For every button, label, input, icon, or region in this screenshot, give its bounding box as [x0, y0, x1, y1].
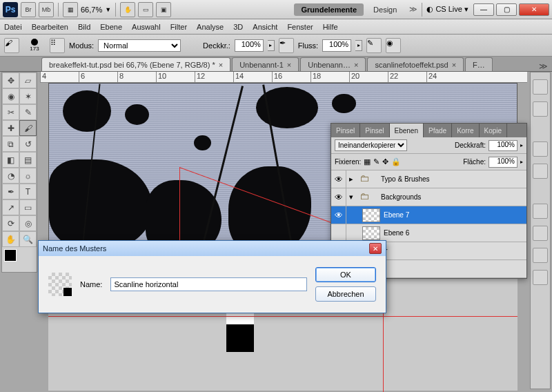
adjustments-panel-icon[interactable]	[533, 204, 548, 219]
shape-tool[interactable]: ▭	[19, 199, 37, 215]
menu-ansicht[interactable]: Ansicht	[253, 23, 277, 31]
menu-analyse[interactable]: Analyse	[197, 23, 224, 31]
swatches-panel-icon[interactable]	[533, 141, 548, 157]
crop-tool[interactable]: ✂	[2, 104, 19, 120]
blend-mode-select[interactable]: Ineinanderkopieren	[335, 139, 407, 151]
menu-datei[interactable]: Datei	[4, 23, 22, 31]
char-panel-icon[interactable]	[533, 79, 548, 95]
mode-select[interactable]: Normal	[98, 39, 181, 52]
color-panel-icon[interactable]	[533, 164, 548, 179]
arrange-icon[interactable]: ▭	[138, 2, 153, 17]
ok-button[interactable]: OK	[315, 267, 376, 282]
eraser-tool[interactable]: ◧	[2, 152, 19, 168]
visibility-icon[interactable]: 👁	[331, 206, 346, 224]
camera-tool[interactable]: ◎	[19, 215, 37, 231]
workspace-grundelemente[interactable]: Grundelemente	[294, 3, 364, 16]
workspace-design[interactable]: Design	[366, 3, 404, 16]
bridge-button[interactable]: Br	[21, 2, 36, 17]
minibridge-button[interactable]: Mb	[39, 2, 54, 17]
lock-brush-icon[interactable]: ✎	[373, 157, 379, 166]
brush-panel-icon[interactable]: ⠿	[50, 38, 65, 53]
tablet-size-icon[interactable]: ◉	[386, 38, 401, 53]
doc-tab-unbenannt1[interactable]: Unbenannt-1×	[232, 57, 299, 71]
doc-tab-scanline[interactable]: scanlinefotoeffekt.psd×	[367, 57, 464, 71]
layer-row[interactable]: 👁 ▾ 🗀 Backgrounds	[331, 188, 526, 206]
view-extras-button[interactable]: ▦	[63, 2, 78, 17]
marquee-tool[interactable]: ▱	[19, 72, 37, 88]
color-swatches[interactable]	[2, 247, 37, 272]
blur-tool[interactable]: ◔	[2, 168, 19, 184]
tab-pinsel[interactable]: Pinsel	[331, 124, 360, 137]
menu-fenster[interactable]: Fenster	[287, 23, 313, 31]
fill-field[interactable]: 100%	[489, 157, 518, 168]
cancel-button[interactable]: Abbrechen	[315, 286, 376, 302]
para-panel-icon[interactable]	[533, 101, 548, 117]
brush-preview[interactable]: 173	[23, 37, 46, 54]
close-icon[interactable]: ×	[287, 61, 291, 69]
close-icon[interactable]: ×	[354, 61, 358, 69]
path-tool[interactable]: ↗	[2, 199, 19, 215]
menu-bild[interactable]: Bild	[78, 23, 90, 31]
doc-tab-unbenannt2[interactable]: Unbenann…×	[300, 57, 366, 71]
close-icon[interactable]: ×	[219, 61, 223, 69]
menu-bearbeiten[interactable]: Bearbeiten	[32, 23, 68, 31]
workspace-more-icon[interactable]: ≫	[409, 5, 417, 14]
wand-tool[interactable]: ✶	[19, 88, 37, 104]
layer-row[interactable]: 👁 ▸ 🗀 Typo & Brushes	[331, 170, 526, 188]
menu-ebene[interactable]: Ebene	[100, 23, 122, 31]
dodge-tool[interactable]: ☼	[19, 168, 37, 184]
history-brush-tool[interactable]: ↺	[19, 136, 37, 152]
tablet-opacity-icon[interactable]: ✒	[279, 38, 294, 53]
tab-pfade[interactable]: Pfade	[424, 124, 452, 137]
airbrush-icon[interactable]: ✎	[366, 38, 382, 53]
tab-ebenen[interactable]: Ebenen	[390, 124, 424, 137]
zoom-level[interactable]: 66,7%	[81, 6, 102, 14]
hand-icon[interactable]: ✋	[120, 2, 135, 17]
styles-panel-icon[interactable]	[533, 226, 548, 241]
layer-row[interactable]: 👁 Ebene 7	[331, 206, 526, 224]
dialog-close-icon[interactable]: ✕	[369, 243, 382, 254]
hand-tool[interactable]: ✋	[2, 231, 19, 247]
gradient-tool[interactable]: ▤	[19, 152, 37, 168]
flow-field[interactable]: 100%	[322, 39, 351, 52]
zoom-tool[interactable]: 🔍	[19, 231, 37, 247]
opacity-arrow-icon[interactable]: ▸	[268, 40, 275, 51]
layers-panel-icon[interactable]	[533, 248, 548, 263]
eyedropper-tool[interactable]: ✎	[19, 104, 37, 120]
3d-tool[interactable]: ⟳	[2, 215, 19, 231]
maximize-button[interactable]: ▢	[496, 3, 517, 16]
lock-move-icon[interactable]: ✥	[382, 157, 388, 166]
layer-opacity-field[interactable]: 100%	[489, 140, 518, 151]
menu-hilfe[interactable]: Hilfe	[323, 23, 338, 31]
visibility-icon[interactable]	[331, 224, 346, 242]
menu-auswahl[interactable]: Auswahl	[132, 23, 161, 31]
flow-arrow-icon[interactable]: ▸	[355, 40, 362, 51]
cslive-button[interactable]: ◐ CS Live ▾	[426, 5, 469, 14]
screen-mode-icon[interactable]: ▣	[156, 2, 171, 17]
heal-tool[interactable]: ✚	[2, 120, 19, 136]
doc-tab-breakeffekt[interactable]: breakeffekt-tut.psd bei 66,7% (Ebene 7, …	[41, 57, 230, 71]
minimize-button[interactable]: —	[473, 3, 494, 16]
visibility-icon[interactable]: 👁	[331, 170, 346, 188]
lasso-tool[interactable]: ◉	[2, 88, 19, 104]
brush-tool[interactable]: 🖌	[19, 120, 37, 136]
lock-pixels-icon[interactable]: ▦	[364, 157, 371, 166]
move-tool[interactable]: ✥	[2, 72, 19, 88]
menu-filter[interactable]: Filter	[170, 23, 187, 31]
close-button[interactable]: ✕	[519, 3, 549, 16]
close-icon[interactable]: ×	[452, 61, 456, 69]
pattern-name-input[interactable]	[110, 277, 307, 291]
dialog-titlebar[interactable]: Name des Musters ✕	[39, 241, 386, 256]
menu-3d[interactable]: 3D	[233, 23, 243, 31]
opacity-field[interactable]: 100%	[235, 39, 264, 52]
type-tool[interactable]: T	[19, 184, 37, 199]
pen-tool[interactable]: ✒	[2, 184, 19, 199]
visibility-icon[interactable]: 👁	[331, 188, 346, 206]
channels-panel-icon[interactable]	[533, 270, 548, 285]
stamp-tool[interactable]: ⧉	[2, 136, 19, 152]
lock-all-icon[interactable]: 🔒	[391, 157, 401, 166]
tool-preset-icon[interactable]: 🖌	[4, 38, 19, 53]
tabs-overflow-icon[interactable]: ≫	[539, 61, 548, 71]
doc-tab-more[interactable]: F…	[465, 57, 493, 71]
tab-kopie[interactable]: Kopie	[480, 124, 508, 137]
